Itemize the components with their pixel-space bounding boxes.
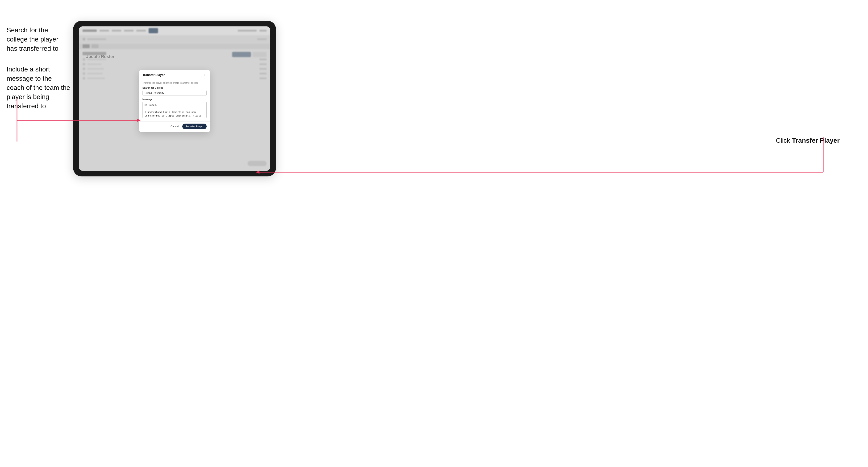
annotation-left: Search for the college the player has tr…: [7, 26, 70, 111]
modal-close-button[interactable]: ×: [203, 73, 207, 77]
search-college-label: Search for College: [143, 87, 207, 89]
annotation-right: Click Transfer Player: [776, 137, 840, 144]
tablet-screen: Update Roster Transfer Player × Transfer…: [79, 26, 270, 171]
transfer-player-modal: Transfer Player × Transfer the player an…: [139, 70, 210, 132]
annotation-right-prefix: Click: [776, 137, 792, 144]
message-label: Message: [143, 98, 207, 101]
modal-overlay: Transfer Player × Transfer the player an…: [79, 26, 270, 171]
search-college-input[interactable]: [143, 90, 207, 96]
cancel-button[interactable]: Cancel: [168, 124, 181, 129]
annotation-text-2: Include a short message to the coach of …: [7, 66, 70, 110]
transfer-player-button[interactable]: Transfer Player: [182, 124, 207, 129]
annotation-right-bold: Transfer Player: [792, 137, 840, 144]
tablet-frame: Update Roster Transfer Player × Transfer…: [73, 21, 276, 177]
modal-header: Transfer Player ×: [139, 70, 210, 79]
message-textarea[interactable]: [143, 102, 207, 118]
modal-subtitle: Transfer the player and their profile to…: [143, 82, 207, 84]
modal-footer: Cancel Transfer Player: [139, 121, 210, 132]
modal-title: Transfer Player: [143, 73, 165, 76]
annotation-text-1: Search for the college the player has tr…: [7, 26, 58, 52]
modal-body: Transfer the player and their profile to…: [139, 79, 210, 121]
